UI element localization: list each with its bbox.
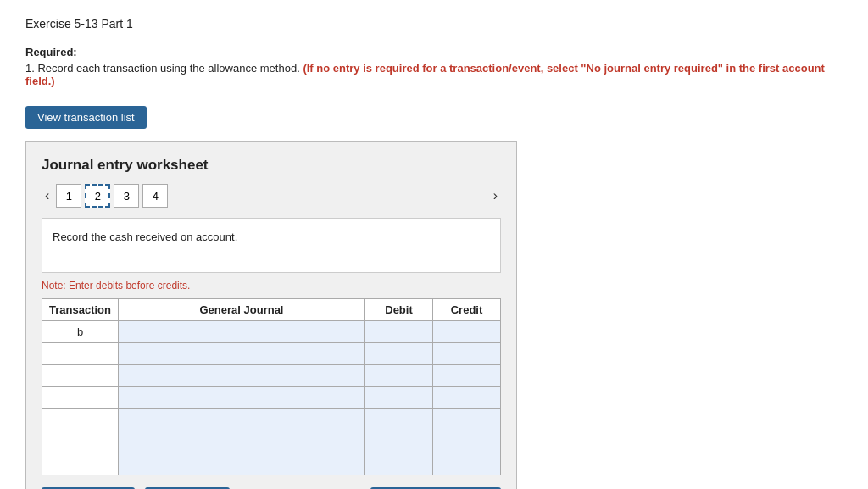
required-section: Required: 1. Record each transaction usi… xyxy=(25,46,843,87)
table-row xyxy=(42,387,501,409)
journal-table: Transaction General Journal Debit Credit… xyxy=(42,298,501,475)
required-label: Required: xyxy=(25,46,843,58)
transaction-cell-6 xyxy=(42,431,119,453)
transaction-cell-4 xyxy=(42,387,119,409)
table-row xyxy=(42,431,501,453)
general-journal-input-3[interactable] xyxy=(119,365,364,386)
general-journal-cell-4[interactable] xyxy=(119,387,365,409)
general-journal-cell-2[interactable] xyxy=(119,343,365,365)
transaction-cell-7 xyxy=(42,453,119,475)
instruction-main: 1. Record each transaction using the all… xyxy=(25,62,300,75)
debit-input-4[interactable] xyxy=(365,387,432,408)
tab-1[interactable]: 1 xyxy=(56,184,81,208)
credit-cell-5[interactable] xyxy=(433,409,501,431)
credit-cell-3[interactable] xyxy=(433,365,501,387)
credit-cell-2[interactable] xyxy=(433,343,501,365)
tab-3[interactable]: 3 xyxy=(114,184,139,208)
transaction-cell-3 xyxy=(42,365,119,387)
col-header-credit: Credit xyxy=(433,299,501,321)
credit-cell-6[interactable] xyxy=(433,431,501,453)
debit-cell-4[interactable] xyxy=(365,387,433,409)
credit-cell-4[interactable] xyxy=(433,387,501,409)
general-journal-input-7[interactable] xyxy=(119,453,364,475)
next-arrow-icon[interactable]: › xyxy=(490,188,501,203)
general-journal-input-1[interactable] xyxy=(119,321,364,342)
debit-input-1[interactable] xyxy=(365,321,432,342)
table-row: b xyxy=(42,321,501,343)
general-journal-input-5[interactable] xyxy=(119,409,364,431)
general-journal-cell-3[interactable] xyxy=(119,365,365,387)
general-journal-cell-6[interactable] xyxy=(119,431,365,453)
description-text: Record the cash received on account. xyxy=(53,231,237,243)
debit-cell-1[interactable] xyxy=(365,321,433,343)
credit-input-7[interactable] xyxy=(433,453,500,475)
debit-cell-2[interactable] xyxy=(365,343,433,365)
general-journal-cell-5[interactable] xyxy=(119,409,365,431)
worksheet-title: Journal entry worksheet xyxy=(42,157,501,174)
general-journal-cell-1[interactable] xyxy=(119,321,365,343)
debit-cell-3[interactable] xyxy=(365,365,433,387)
debit-input-6[interactable] xyxy=(365,431,432,453)
credit-input-2[interactable] xyxy=(433,343,500,364)
transaction-cell-2 xyxy=(42,343,119,365)
tab-4[interactable]: 4 xyxy=(142,184,168,208)
credit-input-4[interactable] xyxy=(433,387,500,408)
credit-input-3[interactable] xyxy=(433,365,500,386)
page-title: Exercise 5-13 Part 1 xyxy=(25,17,843,31)
debit-cell-6[interactable] xyxy=(365,431,433,453)
col-header-debit: Debit xyxy=(365,299,433,321)
credit-cell-1[interactable] xyxy=(433,321,501,343)
description-box: Record the cash received on account. xyxy=(42,218,501,273)
general-journal-input-2[interactable] xyxy=(119,343,364,364)
debit-cell-5[interactable] xyxy=(365,409,433,431)
tab-navigation: ‹ 1 2 3 4 › xyxy=(42,184,501,208)
general-journal-input-6[interactable] xyxy=(119,431,364,453)
transaction-cell-5 xyxy=(42,409,119,431)
credit-input-6[interactable] xyxy=(433,431,500,453)
debit-input-2[interactable] xyxy=(365,343,432,364)
debit-input-7[interactable] xyxy=(365,453,432,475)
tab-2[interactable]: 2 xyxy=(85,184,110,208)
col-header-transaction: Transaction xyxy=(42,299,119,321)
view-transaction-button[interactable]: View transaction list xyxy=(25,106,147,129)
table-row xyxy=(42,409,501,431)
instruction-text: 1. Record each transaction using the all… xyxy=(25,62,843,87)
debit-cell-7[interactable] xyxy=(365,453,433,475)
table-row xyxy=(42,453,501,475)
credit-input-5[interactable] xyxy=(433,409,500,431)
credit-input-1[interactable] xyxy=(433,321,500,342)
transaction-cell-1: b xyxy=(42,321,119,343)
general-journal-cell-7[interactable] xyxy=(119,453,365,475)
note-text: Note: Enter debits before credits. xyxy=(42,280,501,292)
credit-cell-7[interactable] xyxy=(433,453,501,475)
debit-input-5[interactable] xyxy=(365,409,432,431)
table-row xyxy=(42,365,501,387)
col-header-general-journal: General Journal xyxy=(119,299,365,321)
worksheet-container: Journal entry worksheet ‹ 1 2 3 4 › Reco… xyxy=(25,141,517,489)
general-journal-input-4[interactable] xyxy=(119,387,364,408)
prev-arrow-icon[interactable]: ‹ xyxy=(42,188,53,203)
debit-input-3[interactable] xyxy=(365,365,432,386)
table-row xyxy=(42,343,501,365)
